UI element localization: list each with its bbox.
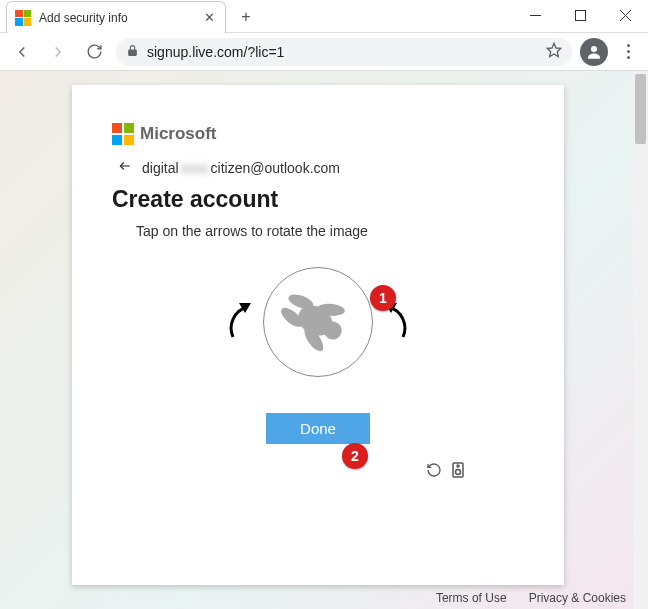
svg-point-5: [591, 46, 597, 52]
window-titlebar: Add security info ✕ +: [0, 0, 648, 33]
microsoft-logo-icon: [112, 123, 134, 145]
identity-back-button[interactable]: [118, 159, 132, 176]
email-redacted: xxxx: [179, 160, 211, 176]
annotation-marker-2: 2: [342, 443, 368, 469]
signup-card: Microsoft digital xxxx citizen@outlook.c…: [72, 85, 564, 585]
vertical-scrollbar[interactable]: [633, 71, 648, 609]
browser-tab[interactable]: Add security info ✕: [6, 1, 226, 33]
browser-menu-button[interactable]: [616, 44, 640, 59]
captcha-audio-button[interactable]: [452, 462, 464, 482]
bookmark-star-icon[interactable]: [546, 42, 562, 62]
scroll-thumb[interactable]: [635, 74, 646, 144]
brand-text: Microsoft: [140, 124, 217, 144]
svg-rect-1: [576, 10, 586, 20]
window-minimize-button[interactable]: [513, 0, 558, 30]
captcha-area: [112, 267, 524, 377]
page-viewport: Microsoft digital xxxx citizen@outlook.c…: [0, 71, 648, 609]
new-tab-button[interactable]: +: [232, 3, 260, 31]
lock-icon: [126, 43, 139, 61]
url-text: signup.live.com/?lic=1: [147, 44, 538, 60]
captcha-image: [263, 267, 373, 377]
identity-email: digital xxxx citizen@outlook.com: [142, 160, 340, 176]
nav-forward-button: [44, 38, 72, 66]
identity-row: digital xxxx citizen@outlook.com: [112, 159, 524, 176]
nav-back-button[interactable]: [8, 38, 36, 66]
email-prefix: digital: [142, 160, 179, 176]
email-suffix: citizen@outlook.com: [211, 160, 340, 176]
window-maximize-button[interactable]: [558, 0, 603, 30]
captcha-aux-controls: [112, 462, 524, 482]
page-heading: Create account: [112, 186, 524, 213]
rotate-left-button[interactable]: [217, 295, 257, 349]
page-footer: Terms of Use Privacy & Cookies: [436, 591, 626, 605]
window-close-button[interactable]: [603, 0, 648, 30]
svg-point-17: [457, 465, 459, 467]
svg-marker-4: [547, 43, 560, 56]
annotation-marker-1: 1: [370, 285, 396, 311]
microsoft-logo: Microsoft: [112, 123, 524, 145]
window-controls: [513, 0, 648, 30]
profile-avatar-button[interactable]: [580, 38, 608, 66]
address-bar[interactable]: signup.live.com/?lic=1: [116, 38, 572, 66]
tab-close-icon[interactable]: ✕: [204, 10, 215, 25]
done-button[interactable]: Done: [266, 413, 370, 444]
captcha-reload-button[interactable]: [426, 462, 442, 482]
svg-point-16: [456, 470, 461, 475]
privacy-link[interactable]: Privacy & Cookies: [529, 591, 626, 605]
nav-reload-button[interactable]: [80, 38, 108, 66]
captcha-instruction: Tap on the arrows to rotate the image: [112, 223, 524, 239]
microsoft-favicon-icon: [15, 10, 31, 26]
terms-link[interactable]: Terms of Use: [436, 591, 507, 605]
tab-title: Add security info: [39, 11, 196, 25]
browser-toolbar: signup.live.com/?lic=1: [0, 33, 648, 71]
